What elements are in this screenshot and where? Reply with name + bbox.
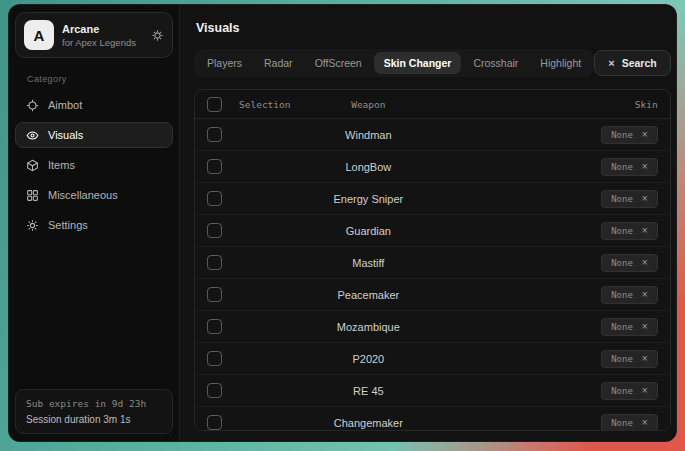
table-row: LongBow None × [195,151,670,183]
skin-selector-badge[interactable]: None × [601,382,658,400]
select-all-checkbox[interactable] [207,97,222,112]
subscription-card: Sub expires in 9d 23h Session duration 3… [15,389,173,434]
sidebar-item-label: Settings [48,219,88,231]
clear-skin-x-icon[interactable]: × [642,418,648,428]
table-row: Windman None × [195,119,670,151]
app-header-card: A Arcane for Apex Legends [15,12,173,58]
row-checkbox[interactable] [207,223,222,238]
table-header-row: Selection Weapon Skin [195,90,670,119]
skin-selector-badge[interactable]: None × [601,158,658,176]
skin-value: None [611,226,633,236]
sidebar-item-label: Aimbot [48,99,82,111]
skin-value: None [611,130,633,140]
skin-selector-badge[interactable]: None × [601,190,658,208]
clear-skin-x-icon[interactable]: × [642,386,648,396]
table-row: Mastiff None × [195,247,670,279]
gear-icon [26,219,39,232]
weapon-name: Mozambique [319,321,418,333]
clear-skin-x-icon[interactable]: × [642,322,648,332]
tab-highlight[interactable]: Highlight [530,52,591,74]
row-checkbox[interactable] [207,287,222,302]
app-name: Arcane [62,23,143,35]
clear-skin-x-icon[interactable]: × [642,130,648,140]
app-logo: A [24,20,54,50]
tab-radar[interactable]: Radar [254,52,303,74]
tab-offscreen[interactable]: OffScreen [305,52,372,74]
tabs-row: Players Radar OffScreen Skin Changer Cro… [194,49,671,77]
column-header-weapon: Weapon [319,99,418,110]
page-title: Visuals [196,21,671,35]
table-row: Changemaker None × [195,407,670,431]
app-meta: Arcane for Apex Legends [62,23,143,48]
skin-value: None [611,290,633,300]
table-row: P2020 None × [195,343,670,375]
row-checkbox[interactable] [207,191,222,206]
row-checkbox[interactable] [207,255,222,270]
clear-skin-x-icon[interactable]: × [642,162,648,172]
skin-selector-badge[interactable]: None × [601,126,658,144]
sidebar-item-visuals[interactable]: Visuals [15,122,173,148]
skin-changer-table: Selection Weapon Skin Windman None × Lon… [194,89,671,431]
row-checkbox[interactable] [207,383,222,398]
weapon-name: Guardian [319,225,418,237]
sidebar-item-label: Visuals [48,129,83,141]
app-window: A Arcane for Apex Legends Category [8,4,677,442]
session-duration-text: Session duration 3m 1s [26,414,162,425]
table-row: Peacemaker None × [195,279,670,311]
sub-expires-text: Sub expires in 9d 23h [26,398,162,409]
skin-value: None [611,194,633,204]
skin-selector-badge[interactable]: None × [601,286,658,304]
sidebar-item-miscellaneous[interactable]: Miscellaneous [15,182,173,208]
skin-value: None [611,322,633,332]
search-button[interactable]: × Search [594,50,670,76]
table-row: RE 45 None × [195,375,670,407]
target-settings-icon[interactable] [151,29,164,42]
skin-selector-badge[interactable]: None × [601,318,658,336]
table-row: Energy Sniper None × [195,183,670,215]
weapon-name: Windman [319,129,418,141]
sidebar-item-label: Miscellaneous [48,189,118,201]
clear-skin-x-icon[interactable]: × [642,194,648,204]
grid-icon [26,189,39,202]
sidebar-item-items[interactable]: Items [15,152,173,178]
row-checkbox[interactable] [207,415,222,430]
tab-players[interactable]: Players [197,52,252,74]
table-row: Guardian None × [195,215,670,247]
box-icon [26,159,39,172]
table-row: Mozambique None × [195,311,670,343]
row-checkbox[interactable] [207,319,222,334]
clear-skin-x-icon[interactable]: × [642,258,648,268]
tab-crosshair[interactable]: Crosshair [463,52,528,74]
clear-skin-x-icon[interactable]: × [642,354,648,364]
column-header-skin: Skin [428,99,658,110]
skin-value: None [611,162,633,172]
search-button-label: Search [622,57,657,69]
skin-value: None [611,258,633,268]
app-subtitle: for Apex Legends [62,37,143,48]
skin-selector-badge[interactable]: None × [601,414,658,432]
clear-skin-x-icon[interactable]: × [642,290,648,300]
row-checkbox[interactable] [207,127,222,142]
skin-selector-badge[interactable]: None × [601,350,658,368]
weapon-name: LongBow [319,161,418,173]
main-panel: Visuals Players Radar OffScreen Skin Cha… [179,5,677,441]
sidebar-nav: Aimbot Visuals Items [9,92,179,238]
sidebar-item-aimbot[interactable]: Aimbot [15,92,173,118]
tab-strip: Players Radar OffScreen Skin Changer Cro… [194,49,594,77]
row-checkbox[interactable] [207,351,222,366]
skin-value: None [611,386,633,396]
sidebar-item-label: Items [48,159,75,171]
weapon-name: Energy Sniper [319,193,418,205]
skin-selector-badge[interactable]: None × [601,254,658,272]
skin-selector-badge[interactable]: None × [601,222,658,240]
weapon-name: P2020 [319,353,418,365]
weapon-name: RE 45 [319,385,418,397]
tab-skin-changer[interactable]: Skin Changer [374,52,462,74]
eye-icon [26,129,39,142]
skin-value: None [611,418,633,428]
row-checkbox[interactable] [207,159,222,174]
crosshair-icon [26,99,39,112]
weapon-name: Mastiff [319,257,418,269]
clear-skin-x-icon[interactable]: × [642,226,648,236]
sidebar-item-settings[interactable]: Settings [15,212,173,238]
